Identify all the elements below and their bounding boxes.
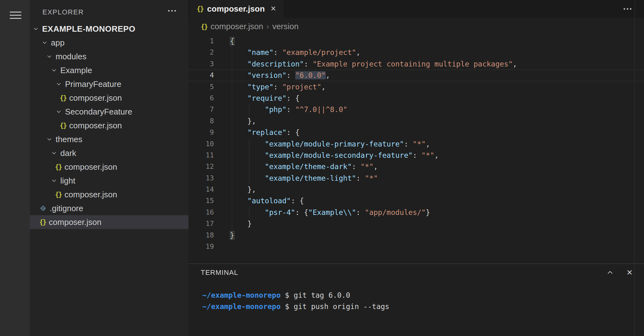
editor-more-actions-icon[interactable]	[624, 8, 631, 10]
line-number: 8	[188, 115, 214, 127]
code-line-11[interactable]: 11 "example/module-secondary-feature": "…	[188, 150, 644, 161]
menu-icon[interactable]	[10, 12, 21, 21]
code-token: "project"	[282, 83, 321, 91]
code-token: "version"	[247, 71, 287, 79]
code-line-content: "example/theme-light": "*"	[230, 173, 644, 184]
code-token: "example/theme-light"	[265, 174, 356, 182]
code-line-14[interactable]: 14 },	[188, 184, 644, 195]
line-number: 2	[188, 47, 214, 58]
code-token: :	[356, 174, 365, 182]
indent-guide	[232, 81, 232, 93]
code-token: :	[287, 105, 295, 114]
tree-item-composer-json[interactable]: {}composer.json	[30, 188, 188, 201]
selected-token: "6.0.0"	[295, 71, 326, 79]
line-number: 12	[188, 161, 214, 172]
terminal-line: ~/example-monorepo $ git push origin --t…	[202, 301, 644, 312]
terminal-output[interactable]: ~/example-monorepo $ git tag 6.0.0~/exam…	[188, 281, 644, 312]
indent-guide	[249, 138, 249, 150]
chevron-down-icon	[55, 81, 62, 88]
tree-item-primaryfeature[interactable]: PrimaryFeature	[30, 77, 188, 91]
code-token: :	[273, 83, 282, 91]
code-line-13[interactable]: 13 "example/theme-light": "*"	[188, 173, 644, 184]
code-token: "autoload"	[247, 197, 291, 205]
code-token: : {	[287, 94, 300, 102]
code-token: "Example project containing multiple pac…	[313, 60, 513, 68]
code-token: "name"	[247, 48, 273, 56]
tree-item--gitignore[interactable]: .gitignore	[30, 201, 188, 215]
code-line-2[interactable]: 2 "name": "example/project",	[188, 47, 644, 58]
terminal-line: ~/example-monorepo $ git tag 6.0.0	[202, 290, 644, 301]
code-line-4[interactable]: 4 "version": "6.0.0",	[188, 70, 644, 81]
tree-item-themes[interactable]: themes	[30, 132, 188, 146]
code-token: {	[230, 37, 234, 45]
json-icon: {}	[55, 191, 62, 198]
line-number: 1	[188, 35, 214, 47]
code-line-7[interactable]: 7 "php": "^7.0||^8.0"	[188, 104, 644, 115]
code-token: : {	[287, 128, 300, 136]
tab-bar: {} composer.json ✕	[188, 0, 644, 18]
indent-guide	[232, 104, 232, 115]
code-token: "description"	[247, 60, 304, 68]
code-line-3[interactable]: 3 "description": "Example project contai…	[188, 58, 644, 70]
indent-guide	[232, 195, 232, 206]
indent-guide	[232, 58, 232, 70]
code-line-15[interactable]: 15 "autoload": {	[188, 195, 644, 206]
code-token: },	[230, 117, 256, 125]
line-number: 15	[188, 195, 214, 206]
code-token: : {	[291, 197, 304, 205]
code-token: "example/module-primary-feature"	[265, 140, 404, 148]
code-token: ,	[326, 71, 330, 79]
code-line-19[interactable]: 19	[188, 241, 644, 252]
vscode-window: EXPLORER EXAMPLE-MONOREPOappmodulesExamp…	[0, 0, 644, 336]
code-line-8[interactable]: 8 },	[188, 115, 644, 127]
code-line-1[interactable]: 1{	[188, 35, 644, 47]
tree-item-composer-json[interactable]: {}composer.json	[30, 160, 188, 174]
tree-item-composer-json[interactable]: {}composer.json	[30, 91, 188, 105]
close-tab-icon[interactable]: ✕	[270, 5, 276, 13]
code-line-18[interactable]: 18}	[188, 230, 644, 241]
code-token: ,	[321, 83, 326, 91]
json-icon: {}	[60, 94, 66, 102]
code-line-16[interactable]: 16 "psr-4": {"Example\\": "app/modules/"…	[188, 207, 644, 218]
explorer-sidebar: EXPLORER EXAMPLE-MONOREPOappmodulesExamp…	[30, 0, 188, 336]
code-line-12[interactable]: 12 "example/theme-dark": "*",	[188, 161, 644, 172]
tree-item-app[interactable]: app	[30, 36, 188, 50]
close-panel-icon[interactable]: ✕	[626, 268, 633, 277]
code-line-content: },	[230, 184, 644, 195]
sidebar-more-actions-icon[interactable]	[168, 10, 176, 12]
code-line-17[interactable]: 17 }	[188, 218, 644, 229]
tree-item-light[interactable]: light	[30, 174, 188, 188]
tree-item-example-monorepo[interactable]: EXAMPLE-MONOREPO	[30, 22, 188, 36]
file-tree: EXAMPLE-MONOREPOappmodulesExamplePrimary…	[30, 22, 188, 229]
indent-guide	[249, 104, 249, 115]
code-line-9[interactable]: 9 "replace": {	[188, 127, 644, 138]
tree-item-dark[interactable]: dark	[30, 146, 188, 160]
tab-composer-json[interactable]: {} composer.json ✕	[190, 0, 283, 18]
tree-item-example[interactable]: Example	[30, 63, 188, 77]
code-token: "app/modules/"	[365, 208, 426, 216]
chevron-up-icon[interactable]	[606, 269, 614, 276]
code-line-content: "psr-4": {"Example\\": "app/modules/"}	[230, 207, 644, 218]
tree-item-label: themes	[56, 135, 82, 144]
code-line-6[interactable]: 6 "require": {	[188, 93, 644, 104]
breadcrumb-file[interactable]: composer.json	[210, 22, 263, 31]
code-token: :	[295, 208, 304, 216]
tree-item-label: Example	[60, 66, 92, 75]
breadcrumb-symbol[interactable]: version	[272, 22, 299, 31]
tree-item-composer-json[interactable]: {}composer.json	[30, 119, 188, 132]
code-token: "*"	[421, 151, 434, 159]
tree-item-secondaryfeature[interactable]: SecondaryFeature	[30, 105, 188, 119]
code-line-5[interactable]: 5 "type": "project",	[188, 81, 644, 93]
tree-item-modules[interactable]: modules	[30, 50, 188, 63]
indent-guide	[232, 70, 232, 81]
code-token: }	[230, 231, 234, 239]
tree-item-label: modules	[56, 52, 86, 61]
tree-item-label: EXAMPLE-MONOREPO	[42, 24, 135, 34]
code-token: "replace"	[247, 128, 287, 136]
indent-guide	[232, 184, 232, 195]
code-line-10[interactable]: 10 "example/module-primary-feature": "*"…	[188, 138, 644, 150]
code-editor[interactable]: 1{2 "name": "example/project",3 "descrip…	[188, 35, 644, 252]
tree-item-composer-json[interactable]: {}composer.json	[30, 215, 188, 229]
chevron-down-icon	[32, 25, 39, 32]
terminal-command: $ git push origin --tags	[281, 302, 389, 311]
